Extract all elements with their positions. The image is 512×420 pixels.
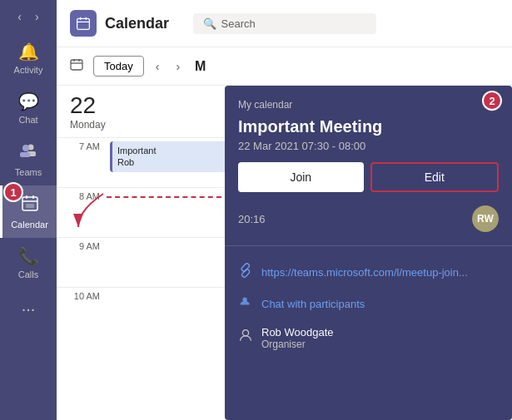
popup-edit-button[interactable]: Edit <box>370 162 500 192</box>
svg-rect-13 <box>71 60 82 70</box>
sidebar-label-teams: Teams <box>15 167 42 177</box>
sidebar-label-chat: Chat <box>18 115 37 125</box>
sidebar-label-activity: Activity <box>14 65 43 75</box>
chat-icon: 💬 <box>18 91 39 111</box>
organiser-role: Organiser <box>261 338 334 350</box>
annotation-badge-2: 2 <box>482 91 502 111</box>
svg-point-17 <box>242 298 246 302</box>
time-label-10am: 10 AM <box>57 288 107 337</box>
popup-meeting-link[interactable]: https://teams.microsoft.com/l/meetup-joi… <box>225 256 512 288</box>
popup-organiser: Rob Woodgate Organiser <box>225 319 512 357</box>
organiser-name: Rob Woodgate <box>261 326 334 338</box>
app-header: Calendar 🔍 Search <box>57 0 512 47</box>
popup-calendar-label: My calendar <box>238 99 488 111</box>
calendar-toolbar: Today ‹ › M <box>57 47 512 86</box>
nav-arrows: ‹ › <box>0 0 57 33</box>
popup-chat-link[interactable]: Chat with participants <box>225 288 512 319</box>
chat-participants-icon <box>238 294 253 313</box>
event-title-line2: Rob <box>117 156 156 168</box>
annotation-badge-1: 1 <box>3 182 23 202</box>
popup-title: Important Meeting <box>238 117 488 136</box>
popup-links: https://teams.microsoft.com/l/meetup-joi… <box>225 250 512 363</box>
meeting-link-text: https://teams.microsoft.com/l/meetup-joi… <box>261 266 468 279</box>
calls-icon: 📞 <box>18 246 39 266</box>
search-icon: 🔍 <box>203 17 216 30</box>
sidebar: ‹ › 🔔 Activity 💬 Chat Teams <box>0 0 57 420</box>
popup-join-button[interactable]: Join <box>238 162 364 192</box>
calendar-area: 22 Monday 7 AM Important Rob Join <box>57 86 512 420</box>
cal-nav-forward[interactable]: › <box>171 57 185 77</box>
popup-time-info: 20:16 RW <box>225 202 512 242</box>
time-label-9am: 9 AM <box>57 238 107 287</box>
link-icon <box>238 263 253 281</box>
sidebar-item-teams[interactable]: Teams <box>0 133 57 185</box>
svg-point-18 <box>242 330 248 336</box>
organiser-info: Rob Woodgate Organiser <box>261 326 334 350</box>
main-content: Calendar 🔍 Search Today ‹ › M <box>57 0 512 420</box>
popup-divider <box>225 245 512 246</box>
sidebar-label-calls: Calls <box>18 269 38 279</box>
svg-rect-8 <box>26 204 34 208</box>
svg-rect-9 <box>77 18 90 29</box>
search-bar[interactable]: 🔍 Search <box>193 13 376 34</box>
search-placeholder: Search <box>221 17 256 30</box>
back-arrow[interactable]: ‹ <box>14 7 25 27</box>
sidebar-item-chat[interactable]: 💬 Chat <box>0 83 57 133</box>
teams-icon <box>19 141 37 164</box>
time-label-8am: 8 AM <box>57 188 107 237</box>
calendar-nav-icon <box>70 58 83 74</box>
event-text: Important Rob <box>117 145 156 169</box>
header-calendar-icon <box>70 10 97 37</box>
today-button[interactable]: Today <box>93 56 144 77</box>
event-title-line1: Important <box>117 145 156 156</box>
svg-point-2 <box>22 145 29 151</box>
time-label-7am: 7 AM <box>57 138 107 187</box>
chat-participants-text: Chat with participants <box>261 298 365 310</box>
svg-rect-3 <box>20 152 30 157</box>
calendar-icon <box>21 194 39 216</box>
sidebar-item-calls[interactable]: 📞 Calls <box>0 238 57 288</box>
popup-header: My calendar Important Meeting 22 Mar 202… <box>225 86 512 162</box>
month-label: M <box>195 59 206 74</box>
sidebar-label-calendar: Calendar <box>11 220 48 230</box>
organiser-icon <box>238 328 253 346</box>
popup-datetime: 22 Mar 2021 07:30 - 08:00 <box>238 140 488 152</box>
event-popup: My calendar Important Meeting 22 Mar 202… <box>225 86 512 420</box>
avatar: RW <box>472 205 499 232</box>
cal-nav-back[interactable]: ‹ <box>151 57 165 77</box>
activity-icon: 🔔 <box>18 42 39 62</box>
sidebar-more[interactable]: ... <box>22 288 36 324</box>
popup-time-value: 20:16 <box>238 213 266 225</box>
popup-actions: Join Edit <box>225 162 512 202</box>
forward-arrow[interactable]: › <box>32 7 42 27</box>
sidebar-item-activity[interactable]: 🔔 Activity <box>0 33 57 83</box>
